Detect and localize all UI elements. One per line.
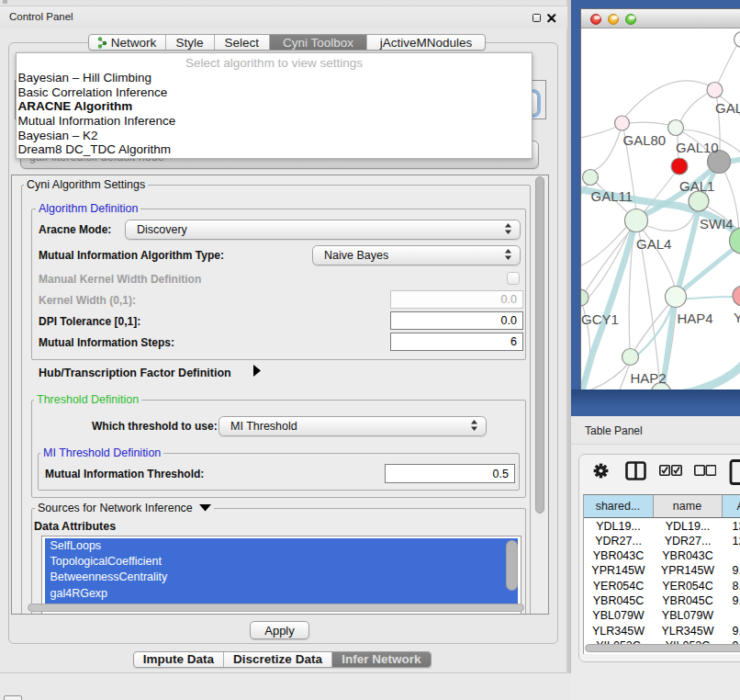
network-node-GAL80[interactable] xyxy=(615,116,630,130)
network-node-HAP4[interactable] xyxy=(666,287,687,308)
window-minimize-icon[interactable] xyxy=(608,14,619,25)
tab-discretize-data[interactable]: Discretize Data xyxy=(224,652,332,668)
tab-impute-data[interactable]: Impute Data xyxy=(134,652,224,668)
mi-steps-field[interactable]: 6 xyxy=(390,333,523,351)
table-cell: YBL079W xyxy=(584,608,654,623)
window-close-icon[interactable] xyxy=(590,14,601,25)
dropdown-item[interactable]: Basic Correlation Inference xyxy=(17,85,532,100)
dropdown-item[interactable]: Dream8 DC_TDC Algorithm xyxy=(17,142,532,157)
which-threshold-label: Which threshold to use: xyxy=(92,420,218,433)
sources-collapse-icon[interactable] xyxy=(199,503,211,512)
table-row[interactable]: YER054CYER054C8. xyxy=(584,579,740,593)
node-label-salmon-right: Y xyxy=(734,310,740,325)
network-node-SWI4[interactable] xyxy=(689,191,709,211)
node-label-HAP2: HAP2 xyxy=(631,370,667,386)
table-cell: YPR145W xyxy=(654,563,723,578)
table-row[interactable]: YDL19...YDL19...13 xyxy=(584,519,740,534)
network-node-GAL4[interactable] xyxy=(625,209,648,232)
split-view-icon[interactable] xyxy=(625,461,646,480)
table-row[interactable]: YBR043CYBR043C xyxy=(584,548,740,563)
network-edge-thick xyxy=(666,359,740,390)
checked-columns-icon[interactable] xyxy=(659,465,682,476)
data-attribute-item[interactable]: BetweennessCentrality xyxy=(45,570,518,585)
dropdown-item[interactable]: ARACNE Algorithm xyxy=(17,99,532,114)
document-icon[interactable] xyxy=(729,459,740,485)
settings-vscrollbar-thumb[interactable] xyxy=(535,176,544,514)
mi-threshold-label: Mutual Information Threshold: xyxy=(45,468,204,480)
tab-select[interactable]: Select xyxy=(215,35,271,50)
node-label-GAL80: GAL80 xyxy=(623,132,667,148)
network-edge xyxy=(639,225,675,289)
network-node-GAL10[interactable] xyxy=(668,120,684,136)
dpi-tolerance-field[interactable]: 0.0 xyxy=(390,311,523,330)
network-node-GCY1[interactable] xyxy=(581,289,589,306)
table-header: shared...nameA xyxy=(584,495,740,518)
data-attribute-item[interactable]: TopologicalCoefficient xyxy=(45,554,518,570)
table-row[interactable]: YLR345WYLR345W9. xyxy=(584,624,740,638)
apply-button[interactable]: Apply xyxy=(250,621,309,639)
table-row[interactable]: YDR27...YDR27...12 xyxy=(584,534,740,548)
settings-hscrollbar-thumb[interactable] xyxy=(28,604,524,612)
network-graph-svg: GALGAL80GAL10GAL1GAL11SWI4GAL4GCY1HAP4YH… xyxy=(581,28,740,390)
tab-network[interactable]: Network xyxy=(89,35,166,50)
table-row[interactable]: YBR045CYBR045C9. xyxy=(584,593,740,608)
data-attributes-label: Data Attributes xyxy=(34,520,116,533)
which-threshold-combo[interactable]: MI Threshold xyxy=(219,416,487,436)
network-edge xyxy=(592,130,621,171)
node-table[interactable]: shared...nameA YDL19...YDL19...13YDR27..… xyxy=(583,494,740,654)
network-node-salmon-right[interactable] xyxy=(733,286,740,306)
table-toolbar xyxy=(579,455,740,494)
bottom-left-button[interactable] xyxy=(4,695,22,700)
network-canvas[interactable]: GALGAL80GAL10GAL1GAL11SWI4GAL4GCY1HAP4YH… xyxy=(581,28,740,390)
window-shadow xyxy=(571,390,740,408)
gear-icon[interactable] xyxy=(592,462,610,480)
column-header[interactable]: A xyxy=(723,495,740,517)
mi-steps-label: Mutual Information Steps: xyxy=(39,336,174,349)
sources-group-title: Sources for Network Inference xyxy=(35,502,214,514)
tab-infer-network[interactable]: Infer Network xyxy=(332,652,431,668)
network-node-HAP2[interactable] xyxy=(622,349,639,366)
node-label-GAL11: GAL11 xyxy=(591,188,633,204)
tab-cyni-toolbox[interactable]: Cyni Toolbox xyxy=(270,35,367,50)
hub-expand-icon[interactable] xyxy=(252,365,262,377)
table-cell: YDR27... xyxy=(654,534,723,548)
dropdown-item[interactable]: Mutual Information Inference xyxy=(17,114,532,129)
table-cell: YER054C xyxy=(654,579,723,593)
mi-threshold-field[interactable]: 0.5 xyxy=(385,464,515,483)
network-node-GAL-partial[interactable] xyxy=(707,83,723,98)
aracne-mode-combo[interactable]: Discovery xyxy=(125,220,521,240)
close-icon[interactable] xyxy=(547,14,556,23)
manual-kernel-checkbox[interactable] xyxy=(507,272,520,285)
table-cell: YLR345W xyxy=(654,624,723,638)
table-hscrollbar-thumb[interactable] xyxy=(585,644,740,652)
column-header[interactable]: shared... xyxy=(584,495,654,517)
table-cell: YER054C xyxy=(584,579,654,593)
dropdown-header: Select algorithm to view settings xyxy=(17,53,532,71)
network-node-GAL1-red[interactable] xyxy=(671,158,688,175)
kernel-width-field[interactable]: 0.0 xyxy=(390,290,523,309)
network-node-GAL11[interactable] xyxy=(583,170,599,186)
tab-jactivemnodules[interactable]: jActiveMNodules xyxy=(367,35,485,50)
float-icon[interactable] xyxy=(533,14,541,22)
dropdown-item[interactable]: Bayesian – Hill Climbing xyxy=(17,71,532,85)
control-panel-tabs: NetworkStyleSelectCyni ToolboxjActiveMNo… xyxy=(88,34,487,51)
data-attribute-item[interactable]: SelfLoops xyxy=(45,538,518,554)
node-label-SWI4: SWI4 xyxy=(700,216,734,231)
network-window-titlebar[interactable] xyxy=(581,9,740,28)
node-label-GAL4: GAL4 xyxy=(636,236,671,252)
data-attribute-item[interactable]: gal4RGexp xyxy=(45,586,518,602)
unchecked-columns-icon[interactable] xyxy=(694,465,716,476)
table-row[interactable]: YBL079WYBL079W xyxy=(584,608,740,623)
settings-scrollpane: Cyni Algorithm Settings Algorithm Defini… xyxy=(11,175,549,615)
mi-type-label: Mutual Information Algorithm Type: xyxy=(39,249,224,262)
mi-type-combo[interactable]: Naive Bayes xyxy=(312,245,521,265)
column-header[interactable]: name xyxy=(654,495,723,517)
table-row[interactable]: YPR145WYPR145W9. xyxy=(584,563,740,578)
tab-style[interactable]: Style xyxy=(166,35,215,50)
network-node-top-right[interactable] xyxy=(734,32,740,48)
table-cell: 13 xyxy=(723,519,740,534)
dropdown-item[interactable]: Bayesian – K2 xyxy=(17,129,532,143)
table-cell xyxy=(723,548,740,563)
list-scrollbar-thumb[interactable] xyxy=(506,540,518,591)
window-zoom-icon[interactable] xyxy=(625,14,636,25)
